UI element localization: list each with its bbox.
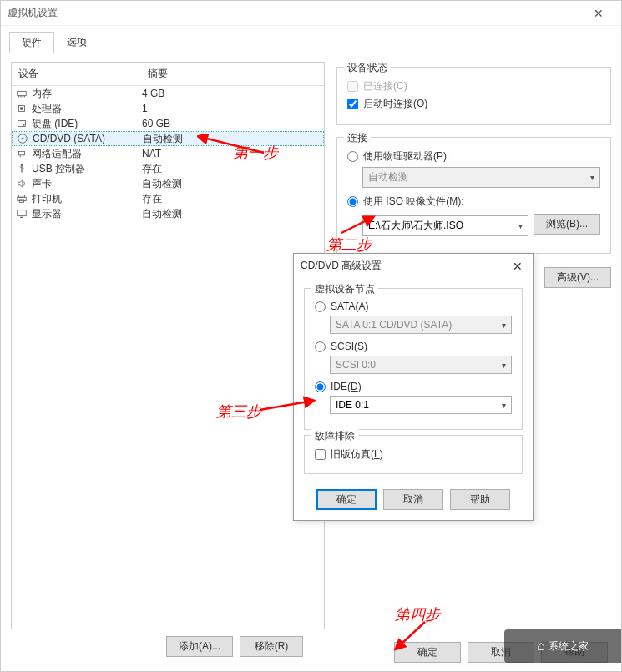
device-summary: 存在 [142,192,321,206]
device-row-memory[interactable]: 内存 4 GB [12,86,324,101]
physical-drive-label: 使用物理驱动器(P): [363,149,449,164]
connect-on-checkbox[interactable] [347,99,358,109]
sata-radio-row[interactable]: SATA(A) [315,301,512,312]
scsi-radio-row[interactable]: SCSI(S) [315,341,512,352]
modal-help-button[interactable]: 帮助 [450,489,510,510]
device-summary: 存在 [142,162,321,176]
device-summary: 自动检测 [142,207,321,221]
connect-on-label: 启动时连接(O) [363,97,427,111]
connected-checkbox-row: 已连接(C) [347,79,600,93]
connect-on-checkbox-row[interactable]: 启动时连接(O) [347,97,600,111]
device-summary: NAT [142,148,321,159]
chevron-down-icon[interactable]: ▾ [518,221,523,230]
device-row-printer[interactable]: 打印机 存在 [12,191,324,206]
device-row-cd[interactable]: CD/DVD (SATA) 自动检测 [12,131,324,146]
device-list-panel: 设备 摘要 内存 4 GB 处理器 1 硬盘 (IDE) 60 GB CD/DV… [11,62,325,629]
ok-button[interactable]: 确定 [394,642,461,663]
svg-rect-23 [18,210,27,216]
scsi-radio[interactable] [315,341,326,352]
device-row-usb[interactable]: USB 控制器 存在 [12,161,324,176]
legacy-checkbox[interactable] [315,449,326,460]
chevron-down-icon[interactable]: ▾ [502,401,506,410]
cpu-icon [15,102,28,115]
device-name: 显示器 [32,207,142,221]
physical-drive-value: 自动检测 [368,170,408,184]
iso-path-combo[interactable]: E:\石大师\石大师.ISO ▾ [362,215,528,236]
cd-icon [16,132,29,145]
device-row-cpu[interactable]: 处理器 1 [12,101,324,116]
close-icon[interactable]: ✕ [583,7,614,20]
legacy-label: 旧版仿真(L) [331,447,383,462]
connection-group: 连接 使用物理驱动器(P): 自动检测 ▾ 使用 ISO 映像文件(M): [336,137,611,254]
device-name: 内存 [32,87,142,101]
device-row-display[interactable]: 显示器 自动检测 [12,206,324,221]
device-row-sound[interactable]: 声卡 自动检测 [12,176,324,191]
iso-file-label: 使用 ISO 映像文件(M): [363,195,464,209]
modal-body: 虚拟设备节点 SATA(A) SATA 0:1 CD/DVD (SATA) ▾ … [294,278,533,483]
device-row-net[interactable]: 网络适配器 NAT [12,146,324,161]
legacy-checkbox-row[interactable]: 旧版仿真(L) [315,447,512,462]
display-icon [15,207,28,220]
device-summary: 1 [142,103,321,114]
disk-icon [15,117,28,130]
physical-drive-radio-row[interactable]: 使用物理驱动器(P): [347,149,600,164]
ide-label: IDE(D) [331,381,362,392]
physical-drive-radio[interactable] [347,151,358,162]
virtual-node-group: 虚拟设备节点 SATA(A) SATA 0:1 CD/DVD (SATA) ▾ … [304,288,523,430]
advanced-button[interactable]: 高级(V)... [544,267,611,288]
device-name: 处理器 [32,102,142,116]
device-name: 网络适配器 [32,147,142,161]
svg-rect-12 [19,151,25,154]
tabs: 硬件 选项 [9,31,613,53]
add-button[interactable]: 添加(A)... [166,636,233,657]
memory-icon [15,87,28,100]
footer-buttons: 确定 取消 帮助 [394,642,608,663]
sata-value: SATA 0:1 CD/DVD (SATA) [336,319,452,331]
device-summary: 自动检测 [142,177,321,191]
tab-hardware[interactable]: 硬件 [9,32,54,53]
sata-radio[interactable] [315,301,326,312]
svg-point-9 [23,124,25,126]
ide-radio-row[interactable]: IDE(D) [315,381,512,392]
cancel-button[interactable]: 取消 [468,642,534,663]
iso-path-value: E:\石大师\石大师.ISO [368,219,463,233]
advanced-settings-modal: CD/DVD 高级设置 ✕ 虚拟设备节点 SATA(A) SATA 0:1 CD… [293,253,534,521]
vm-settings-window: 虚拟机设置 ✕ 硬件 选项 设备 摘要 内存 4 GB 处理器 1 硬盘 (ID… [0,0,622,672]
window-title: 虚拟机设置 [8,6,583,20]
usb-icon [15,162,28,175]
tab-options[interactable]: 选项 [54,31,99,53]
sound-icon [15,177,28,190]
iso-file-radio-row[interactable]: 使用 ISO 映像文件(M): [347,195,600,209]
scsi-combo: SCSI 0:0 ▾ [330,356,512,374]
help-button[interactable]: 帮助 [541,642,608,663]
modal-titlebar: CD/DVD 高级设置 ✕ [294,254,533,278]
device-status-title: 设备状态 [344,61,391,75]
connection-title: 连接 [344,131,371,145]
ide-combo[interactable]: IDE 0:1 ▾ [330,396,512,414]
device-buttons: 添加(A)... 移除(R) [166,636,303,657]
modal-buttons: 确定 取消 帮助 [294,483,533,520]
ide-radio[interactable] [315,381,326,392]
troubleshoot-group: 故障排除 旧版仿真(L) [304,435,523,474]
device-name: 硬盘 (IDE) [32,117,142,131]
sata-combo: SATA 0:1 CD/DVD (SATA) ▾ [330,316,512,334]
net-icon [15,147,28,160]
device-summary: 自动检测 [143,132,320,146]
header-summary: 摘要 [141,63,324,85]
troubleshoot-title: 故障排除 [311,429,358,443]
browse-button[interactable]: 浏览(B)... [534,214,600,235]
close-icon[interactable]: ✕ [509,260,526,273]
iso-file-radio[interactable] [347,196,358,207]
sata-label: SATA(A) [331,301,369,312]
remove-button[interactable]: 移除(R) [240,636,303,657]
modal-ok-button[interactable]: 确定 [316,489,377,510]
device-header: 设备 摘要 [12,63,324,86]
device-row-disk[interactable]: 硬盘 (IDE) 60 GB [12,116,324,131]
device-status-group: 设备状态 已连接(C) 启动时连接(O) [336,67,611,125]
ide-value: IDE 0:1 [336,399,369,411]
modal-cancel-button[interactable]: 取消 [383,489,443,510]
chevron-down-icon: ▾ [502,361,506,370]
device-name: 打印机 [32,192,142,206]
printer-icon [15,192,28,205]
chevron-down-icon: ▾ [590,173,594,182]
